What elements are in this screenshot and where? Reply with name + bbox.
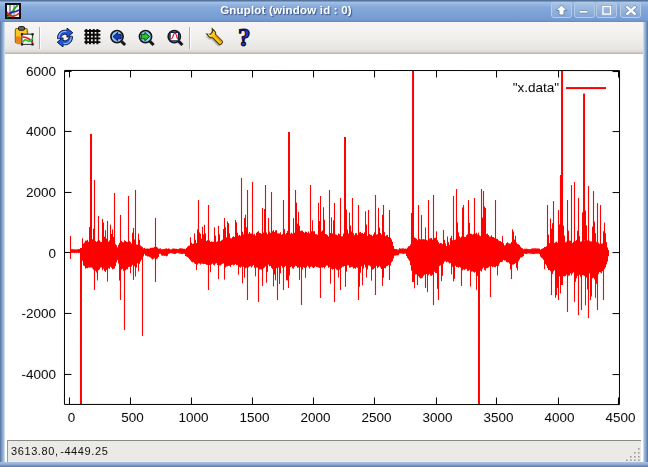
svg-text:2500: 2500 — [361, 410, 391, 425]
svg-text:1500: 1500 — [239, 409, 269, 424]
svg-text:6000: 6000 — [26, 64, 56, 79]
svg-text:2000: 2000 — [300, 409, 330, 424]
svg-text:1000: 1000 — [178, 409, 208, 424]
svg-text:0: 0 — [48, 246, 56, 261]
svg-text:0: 0 — [68, 409, 76, 424]
svg-text:3500: 3500 — [483, 410, 513, 425]
svg-text:4500: 4500 — [605, 410, 635, 425]
svg-text:4000: 4000 — [26, 124, 56, 139]
svg-text:500: 500 — [121, 409, 144, 424]
svg-text:"x.data": "x.data" — [513, 80, 560, 95]
svg-text:4000: 4000 — [544, 410, 574, 425]
svg-text:3000: 3000 — [422, 410, 452, 425]
svg-text:-4000: -4000 — [21, 367, 56, 382]
svg-text:-2000: -2000 — [21, 306, 56, 321]
svg-text:2000: 2000 — [26, 185, 56, 200]
